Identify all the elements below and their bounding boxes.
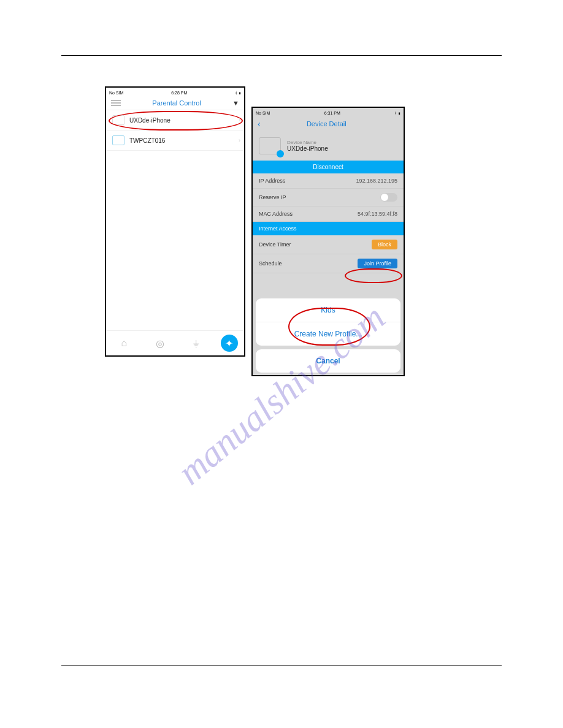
status-bar: No SIM 6:31 PM ᚼ ▮ xyxy=(253,108,404,116)
device-row-twpczt[interactable]: TWPCZT016 › xyxy=(106,131,244,151)
filter-icon[interactable]: ▼ xyxy=(232,99,239,107)
sheet-option-kids[interactable]: Kids xyxy=(256,298,400,322)
status-carrier: No SIM xyxy=(109,91,123,95)
status-time: 6:31 PM xyxy=(324,111,340,115)
device-icon xyxy=(259,137,281,154)
schedule-label: Schedule xyxy=(259,260,282,267)
row-schedule: Schedule Join Profile xyxy=(253,254,404,273)
page-divider-top xyxy=(61,55,502,56)
chevron-right-icon: › xyxy=(239,117,240,123)
status-battery-icon: ᚼ ▮ xyxy=(394,111,400,115)
device-icon xyxy=(112,115,124,125)
block-button[interactable]: Block xyxy=(372,240,397,249)
reserve-ip-toggle[interactable] xyxy=(380,193,397,202)
device-summary: Device Name UXDde-iPhone xyxy=(253,131,404,161)
row-mac: MAC Address 54:9f:13:59:4f:f8 xyxy=(253,207,404,222)
bottom-tab-bar: ⌂ ◎ ⏚ ✦ xyxy=(106,330,244,355)
page-title: Parental Control xyxy=(121,99,232,107)
sheet-cancel-button[interactable]: Cancel xyxy=(256,349,400,373)
reserve-ip-label: Reserve IP xyxy=(259,194,286,200)
device-name: TWPCZT016 xyxy=(129,137,165,144)
screenshot-device-detail: No SIM 6:31 PM ᚼ ▮ ‹ Device Detail Devic… xyxy=(251,107,405,376)
join-profile-button[interactable]: Join Profile xyxy=(358,259,397,268)
device-timer-label: Device Timer xyxy=(259,241,291,248)
screenshot-parental-control: No SIM 6:28 PM ᚼ ▮ Parental Control ▼ UX… xyxy=(105,86,245,357)
ip-value: 192.168.212.195 xyxy=(356,178,397,184)
status-time: 6:28 PM xyxy=(171,91,187,95)
device-row-uxdde[interactable]: UXDde-iPhone › xyxy=(106,110,244,131)
status-badge-icon xyxy=(277,150,284,157)
chevron-right-icon: › xyxy=(239,137,240,143)
tab-dashboard-icon[interactable]: ◎ xyxy=(148,335,172,352)
mac-value: 54:9f:13:59:4f:f8 xyxy=(358,211,397,217)
device-name-value: UXDde-iPhone xyxy=(287,145,328,152)
mac-label: MAC Address xyxy=(259,211,293,217)
row-device-timer: Device Timer Block xyxy=(253,235,404,254)
device-name: UXDde-iPhone xyxy=(129,117,170,124)
device-name-label: Device Name xyxy=(287,140,328,145)
menu-icon[interactable] xyxy=(111,99,121,107)
tab-home-icon[interactable]: ⌂ xyxy=(112,335,136,352)
status-carrier: No SIM xyxy=(256,111,270,115)
ip-label: IP Address xyxy=(259,178,285,184)
status-battery-icon: ᚼ ▮ xyxy=(235,91,241,95)
tab-parental-icon[interactable]: ✦ xyxy=(221,335,238,352)
section-internet-access: Internet Access xyxy=(253,222,404,235)
row-ip: IP Address 192.168.212.195 xyxy=(253,173,404,189)
disconnect-button[interactable]: Disconnect xyxy=(253,161,404,173)
action-sheet: Kids Create New Profile... Cancel xyxy=(256,298,400,373)
sheet-option-create-new[interactable]: Create New Profile... xyxy=(256,322,400,346)
status-bar: No SIM 6:28 PM ᚼ ▮ xyxy=(106,88,244,96)
tab-wifi-icon[interactable]: ⏚ xyxy=(185,335,208,352)
device-icon xyxy=(112,135,124,145)
page-divider-bottom xyxy=(61,665,502,665)
page-title: Device Detail xyxy=(255,120,399,127)
row-reserve-ip: Reserve IP xyxy=(253,189,404,207)
